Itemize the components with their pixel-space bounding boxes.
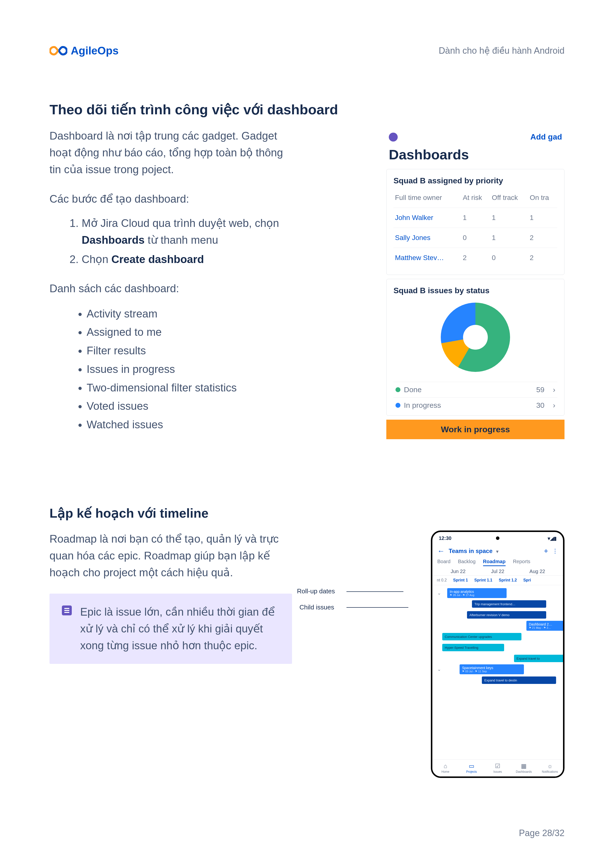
child-issue-bar[interactable]: Expand travel to destin bbox=[482, 676, 556, 684]
roadmap-gantt: ⌄In-app analytics⚑ 26 Jul - ⚑ 27 Aug Tri… bbox=[433, 585, 563, 688]
callout-text: Epic là issue lớn, cần nhiều thời gian đ… bbox=[80, 603, 280, 654]
epic-bar[interactable]: In-app analytics⚑ 26 Jul - ⚑ 27 Aug bbox=[447, 588, 507, 598]
project-tabs: Board Backlog Roadmap Reports bbox=[433, 557, 563, 567]
phone-mockup: 12:30▾◢▮ ← Teams in space ▾ + ⋮ Board Ba… bbox=[431, 530, 564, 778]
nav-projects[interactable]: ▭Projects bbox=[459, 763, 485, 773]
donut-chart bbox=[441, 302, 510, 372]
dot-icon bbox=[395, 403, 400, 408]
col-owner: Full time owner bbox=[394, 191, 461, 208]
list-intro: Danh sách các dashboard: bbox=[50, 280, 292, 297]
chevron-down-icon[interactable]: ⌄ bbox=[437, 666, 441, 672]
list-item: Activity stream bbox=[87, 305, 292, 323]
wip-banner: Work in progress bbox=[386, 420, 564, 439]
legend-inprogress[interactable]: In progress30› bbox=[394, 397, 557, 413]
child-issue-bar[interactable]: Afterburner revision V demo bbox=[467, 611, 546, 618]
epic-callout: Epic là issue lớn, cần nhiều thời gian đ… bbox=[50, 594, 292, 664]
card-title: Squad B assigned by priority bbox=[394, 176, 557, 185]
legend-done[interactable]: Done59› bbox=[394, 382, 557, 397]
section-2-heading: Lập kế hoạch với timeline bbox=[50, 506, 564, 521]
project-title[interactable]: Teams in space ▾ bbox=[449, 547, 540, 555]
epic-bar[interactable]: Dashboard 2…⚑ 21 May - ⚑ 2… bbox=[526, 621, 563, 631]
epic-bar[interactable]: Expand travel to bbox=[514, 655, 563, 662]
dashboards-title: Dashboards bbox=[386, 144, 564, 165]
avatar[interactable] bbox=[389, 133, 398, 141]
list-item: Voted issues bbox=[87, 397, 292, 415]
child-issue-bar[interactable]: Trip management frontend… bbox=[472, 600, 546, 608]
dashboard-icon: ▦ bbox=[511, 763, 537, 770]
list-item: Watched issues bbox=[87, 415, 292, 434]
tab-backlog[interactable]: Backlog bbox=[458, 559, 475, 566]
infinity-icon bbox=[50, 45, 67, 57]
issues-icon: ☑ bbox=[485, 763, 511, 770]
nav-issues[interactable]: ☑Issues bbox=[485, 763, 511, 773]
list-item: Filter results bbox=[87, 341, 292, 360]
priority-card: Squad B assigned by priority Full time o… bbox=[386, 169, 564, 275]
list-item: Issues in progress bbox=[87, 360, 292, 378]
epic-bar[interactable]: Hyper-Speed Travelling bbox=[442, 644, 504, 651]
note-icon bbox=[62, 606, 72, 615]
list-item: Two-dimensional filter statistics bbox=[87, 378, 292, 397]
header-subtitle: Dành cho hệ điều hành Android bbox=[439, 45, 564, 56]
col-ontrack: On tra bbox=[529, 191, 557, 208]
timeline-intro: Roadmap là nơi bạn có thể tạo, quản lý v… bbox=[50, 530, 292, 581]
status-card: Squad B issues by status Done59› In prog… bbox=[386, 279, 564, 416]
epic-bar[interactable]: Spacetainment keys⚑ 03 Jul - ⚑ 11 Sep bbox=[460, 664, 524, 674]
epic-bar[interactable]: Communication Center upgrades bbox=[442, 633, 521, 640]
annotation-rollup: Roll-up dates bbox=[297, 587, 335, 595]
table-row[interactable]: Sally Jones012 bbox=[394, 228, 557, 248]
annotation-line bbox=[346, 607, 408, 608]
folder-icon: ▭ bbox=[459, 763, 485, 770]
brand-logo: AgileOps bbox=[50, 45, 119, 57]
intro-paragraph: Dashboard là nơi tập trung các gadget. G… bbox=[50, 127, 292, 178]
dot-icon bbox=[395, 387, 400, 392]
chevron-right-icon: › bbox=[553, 401, 555, 409]
signal-icon: ▾◢▮ bbox=[548, 535, 557, 541]
annotation-line bbox=[346, 591, 403, 592]
steps-list: Mở Jira Cloud qua trình duyệt web, chọn … bbox=[50, 215, 292, 268]
card-title: Squad B issues by status bbox=[394, 286, 557, 295]
list-item: Assigned to me bbox=[87, 323, 292, 341]
step-1: Mở Jira Cloud qua trình duyệt web, chọn … bbox=[82, 215, 292, 248]
chevron-down-icon[interactable]: ⌄ bbox=[437, 591, 441, 596]
bottom-nav: ⌂Home ▭Projects ☑Issues ▦Dashboards ☼Not… bbox=[433, 760, 563, 777]
back-button[interactable]: ← bbox=[437, 547, 445, 555]
section-1-heading: Theo dõi tiến trình công việc với dashbo… bbox=[50, 101, 564, 118]
dashboard-screenshot: Add gad Dashboards Squad B assigned by p… bbox=[386, 127, 564, 439]
priority-table: Full time ownerAt riskOff trackOn tra Jo… bbox=[394, 191, 557, 268]
table-row[interactable]: Matthew Stev…202 bbox=[394, 248, 557, 268]
steps-intro: Các bước để tạo dashboard: bbox=[50, 191, 292, 207]
col-offtrack: Off track bbox=[490, 191, 528, 208]
bell-icon: ☼ bbox=[537, 763, 563, 770]
tab-board[interactable]: Board bbox=[437, 559, 450, 566]
chevron-right-icon: › bbox=[553, 386, 555, 394]
chevron-down-icon: ▾ bbox=[496, 549, 498, 554]
step-2: Chọn Create dashboard bbox=[82, 251, 292, 268]
page-header: AgileOps Dành cho hệ điều hành Android bbox=[50, 45, 564, 57]
home-icon: ⌂ bbox=[433, 763, 459, 770]
page-footer: Page 28/32 bbox=[519, 828, 564, 838]
add-button[interactable]: + bbox=[544, 547, 548, 555]
annotation-child: Child issues bbox=[299, 603, 334, 611]
dashboard-list: Activity stream Assigned to me Filter re… bbox=[50, 305, 292, 434]
col-atrisk: At risk bbox=[461, 191, 490, 208]
tab-roadmap[interactable]: Roadmap bbox=[483, 559, 505, 566]
sprint-header: nt 0.2Sprint 1Sprint 1.1Sprint 1.2Spri bbox=[433, 575, 563, 585]
table-row[interactable]: John Walker111 bbox=[394, 208, 557, 228]
tab-reports[interactable]: Reports bbox=[513, 559, 530, 566]
add-gadget-link[interactable]: Add gad bbox=[530, 132, 562, 141]
phone-camera-icon bbox=[496, 536, 499, 540]
month-header: Jun 22Jul 22Aug 22 bbox=[433, 567, 563, 575]
nav-dashboards[interactable]: ▦Dashboards bbox=[511, 763, 537, 773]
nav-home[interactable]: ⌂Home bbox=[433, 763, 459, 773]
more-button[interactable]: ⋮ bbox=[552, 547, 558, 555]
brand-name: AgileOps bbox=[71, 45, 119, 57]
nav-notifications[interactable]: ☼Notifications bbox=[537, 763, 563, 773]
